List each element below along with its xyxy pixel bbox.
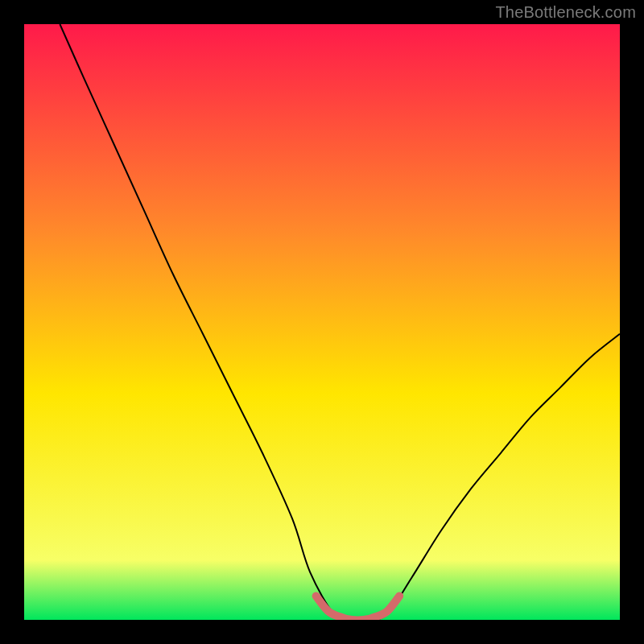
bottleneck-chart bbox=[24, 24, 620, 620]
chart-background bbox=[24, 24, 620, 620]
chart-frame: TheBottleneck.com bbox=[0, 0, 644, 644]
attribution-label: TheBottleneck.com bbox=[495, 3, 636, 22]
